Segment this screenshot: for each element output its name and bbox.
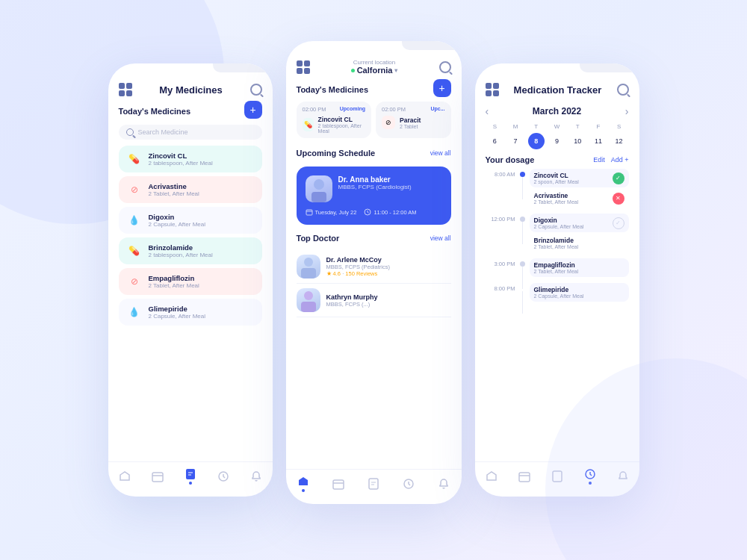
med-item-2[interactable]: 💧 Digoxin 2 Capsule, After Meal bbox=[119, 207, 262, 234]
med-item-3[interactable]: 💊 Brinzolamide 2 tablespoon, After Meal bbox=[119, 237, 262, 264]
search-icon-3[interactable] bbox=[617, 84, 629, 96]
edit-button[interactable]: Edit bbox=[593, 156, 605, 164]
cal-day-7[interactable]: 7 bbox=[507, 133, 524, 149]
dosage-timeline: 8:00 AM Zincovit CL 2 spoon, After Meal … bbox=[486, 169, 629, 303]
nav-clock-3-active[interactable] bbox=[584, 468, 596, 485]
day-label-1: M bbox=[506, 122, 525, 131]
dosage-item-30[interactable]: Glimepiride 2 Capsule, After Meal bbox=[530, 283, 629, 302]
time-card-1[interactable]: 02:00 PM Upc... ⊘ Paracit 2 Tablet bbox=[376, 102, 451, 138]
dosage-item-20[interactable]: Empagliflozin 2 Tablet, After Meal bbox=[530, 258, 629, 277]
time-group-0: 8:00 AM Zincovit CL 2 spoon, After Meal … bbox=[486, 169, 629, 209]
doctor-name-1: Kathryn Murphy bbox=[326, 293, 451, 301]
day-label-0: S bbox=[486, 122, 505, 131]
med-icon-3: 💊 bbox=[126, 243, 143, 259]
search-icon-2[interactable] bbox=[439, 61, 451, 73]
svg-rect-14 bbox=[519, 473, 530, 482]
timeline-dot-1 bbox=[520, 217, 525, 222]
cal-day-10[interactable]: 10 bbox=[569, 133, 586, 149]
timeline-dot-0 bbox=[520, 172, 525, 177]
cal-next[interactable]: › bbox=[625, 105, 629, 117]
doctor-item-0[interactable]: Dr. Arlene McCoy MBBS, FCPS (Pediatrics)… bbox=[297, 250, 451, 284]
nav-clock-2[interactable] bbox=[403, 478, 415, 490]
nav-home-3[interactable] bbox=[486, 470, 498, 482]
doctor-appointment-card[interactable]: Dr. Anna baker MBBS, FCPS (Cardiologist)… bbox=[297, 167, 451, 225]
cal-prev[interactable]: ‹ bbox=[486, 105, 489, 117]
dosage-item-00[interactable]: Zincovit CL 2 spoon, After Meal ✓ bbox=[530, 169, 629, 187]
doctor-name-0: Dr. Arlene McCoy bbox=[326, 256, 451, 264]
doctor-name: Dr. Anna baker bbox=[338, 175, 412, 184]
time-cards: 02:00 PM Upcoming 💊 Zincovit CL 2 tables… bbox=[297, 102, 451, 138]
doctor-spec: MBBS, FCPS (Cardiologist) bbox=[338, 184, 412, 190]
doctor-item-1[interactable]: Kathryn Murphy MBBS, FCPS (...) bbox=[297, 284, 451, 317]
svg-rect-12 bbox=[369, 479, 378, 489]
nav-calendar-2[interactable] bbox=[332, 478, 344, 490]
cal-day-12[interactable]: 12 bbox=[611, 133, 627, 149]
doctor-schedule: Tuesday, July 22 11:00 - 12:00 AM bbox=[306, 208, 442, 216]
med-icon-2: 💧 bbox=[126, 212, 143, 228]
cal-day-6[interactable]: 6 bbox=[486, 133, 503, 149]
nav-bell-3[interactable] bbox=[617, 470, 629, 482]
cal-day-11[interactable]: 11 bbox=[590, 133, 607, 149]
med-item-1[interactable]: ⊘ Acrivastine 2 Tablet, After Meal bbox=[119, 176, 262, 203]
bottom-nav-2 bbox=[286, 469, 462, 497]
day-label-6: S bbox=[610, 122, 629, 131]
location-name: Calfornia ▾ bbox=[351, 66, 398, 75]
doctor-avatar-1 bbox=[297, 288, 320, 312]
phone-my-medicines: My Medicines Today's Medicines + Search … bbox=[108, 63, 273, 497]
nav-clock[interactable] bbox=[217, 470, 229, 482]
search-bar[interactable]: Search Medicine bbox=[119, 125, 262, 140]
doctor-avatar bbox=[306, 175, 332, 202]
nav-calendar[interactable] bbox=[152, 470, 164, 482]
cal-day-9[interactable]: 9 bbox=[548, 133, 565, 149]
grid-icon-3[interactable] bbox=[486, 83, 499, 96]
dosage-items-0: Zincovit CL 2 spoon, After Meal ✓ Acriva… bbox=[530, 169, 629, 209]
search-placeholder: Search Medicine bbox=[138, 128, 188, 136]
svg-rect-1 bbox=[186, 469, 195, 479]
nav-doc-2[interactable] bbox=[368, 478, 379, 490]
phone-tracker: Medication Tracker ‹ March 2022 › S M T … bbox=[475, 63, 639, 497]
grid-icon[interactable] bbox=[119, 83, 132, 96]
time-group-2: 3:00 PM Empagliflozin 2 Tablet, After Me… bbox=[486, 258, 629, 279]
day-label-4: T bbox=[568, 122, 587, 131]
time-med-name-1: Paracit bbox=[400, 116, 421, 124]
add-medicine-btn[interactable]: + bbox=[433, 79, 451, 97]
med-dose-2: 2 Capsule, After Meal bbox=[149, 221, 205, 228]
nav-home-2-active[interactable] bbox=[297, 476, 309, 492]
med-name-2: Digoxin bbox=[149, 213, 205, 221]
upcoming-title: Upcoming Schedule bbox=[297, 149, 376, 158]
dosage-item-10[interactable]: Digoxin 2 Capsule, After Meal ✓ bbox=[530, 214, 629, 232]
add-button[interactable]: + bbox=[244, 101, 262, 119]
dosage-item-11[interactable]: Brinzolamide 2 Tablet, After Meal bbox=[530, 234, 629, 252]
cal-day-8[interactable]: 8 bbox=[528, 133, 545, 149]
dosage-item-01[interactable]: Acrivastine 2 Tablet, After Meal ✕ bbox=[530, 189, 629, 208]
view-all-upcoming[interactable]: view all bbox=[430, 149, 451, 157]
search-icon[interactable] bbox=[250, 84, 262, 96]
time-card-0[interactable]: 02:00 PM Upcoming 💊 Zincovit CL 2 tables… bbox=[297, 102, 372, 138]
nav-home[interactable] bbox=[119, 470, 131, 482]
doctor-date: Tuesday, July 22 bbox=[306, 208, 357, 216]
med-item-4[interactable]: ⊘ Empagliflozin 2 Tablet, After Meal bbox=[119, 268, 262, 295]
nav-bell[interactable] bbox=[250, 470, 262, 482]
med-item-5[interactable]: 💧 Glimepiride 2 Capsule, After Meal bbox=[119, 299, 262, 326]
time-med-dose-0: 2 tablespoon, After Meal bbox=[318, 123, 365, 134]
grid-icon-2[interactable] bbox=[297, 60, 310, 74]
time-med-dose-1: 2 Tablet bbox=[400, 124, 421, 129]
nav-calendar-3[interactable] bbox=[518, 470, 530, 482]
add-dosage-button[interactable]: Add + bbox=[611, 156, 629, 164]
med-item-0[interactable]: 💊 Zincovit CL 2 tablespoon, After Meal bbox=[119, 146, 262, 172]
status-icon-00: ✓ bbox=[613, 172, 624, 184]
med-name-4: Empagliflozin bbox=[149, 274, 199, 282]
time-label-1: 02:00 PM bbox=[382, 106, 406, 113]
location-dot bbox=[351, 69, 355, 72]
nav-bell-2[interactable] bbox=[438, 478, 450, 490]
location-label: Current location bbox=[351, 59, 398, 66]
time-marker-3: 8:00 PM bbox=[486, 283, 515, 292]
search-icon-bar bbox=[126, 128, 134, 136]
time-marker-0: 8:00 AM bbox=[486, 169, 515, 178]
nav-doc-3[interactable] bbox=[551, 470, 563, 482]
today-header: Today's Medicines + bbox=[297, 81, 451, 99]
svg-rect-10 bbox=[301, 302, 316, 312]
med-name-3: Brinzolamide bbox=[149, 243, 213, 252]
view-all-doctors[interactable]: view all bbox=[430, 234, 451, 242]
nav-active[interactable] bbox=[185, 468, 196, 485]
